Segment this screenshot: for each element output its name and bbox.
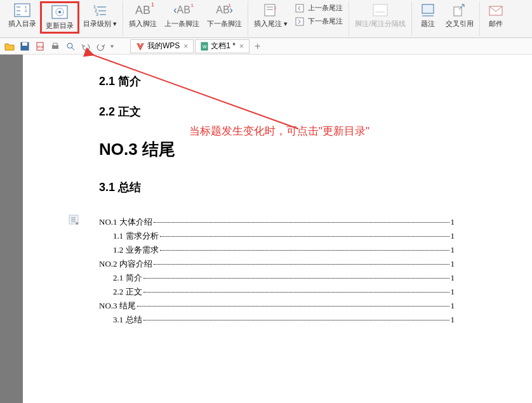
insert-footnote-label: 插入脚注 <box>129 19 157 29</box>
svg-text:▾: ▾ <box>76 220 79 226</box>
toc-leader <box>160 248 449 251</box>
svg-rect-32 <box>53 43 57 46</box>
svg-rect-20 <box>296 18 303 25</box>
toc-icon: 12 <box>13 3 31 18</box>
crossref-button[interactable]: 交叉引用 <box>442 1 477 30</box>
toc-text: 1.1 需求分析 <box>113 230 159 242</box>
print-button[interactable] <box>50 41 61 52</box>
toc-text: 2.2 正文 <box>113 286 142 298</box>
tab-doc1[interactable]: W 文档1 * × <box>195 39 249 53</box>
next-endnote-button[interactable]: 下一条尾注 <box>291 15 347 28</box>
svg-rect-15 <box>265 4 275 16</box>
quick-access-toolbar: PDF ▾ 我的WPS × W 文档1 * × + <box>0 38 532 55</box>
toc-leader <box>143 276 449 279</box>
preview-button[interactable] <box>65 41 76 52</box>
svg-rect-21 <box>373 4 387 16</box>
svg-line-34 <box>72 48 74 50</box>
side-rail <box>0 55 23 403</box>
toc-entry[interactable]: NO.3 结尾1 <box>99 300 455 312</box>
tab-wps[interactable]: 我的WPS × <box>130 39 194 53</box>
document-area[interactable]: ▾ 2.1 简介 2.2 正文 NO.3 结尾 3.1 总结 NO.1 大体介绍… <box>23 55 532 403</box>
toc-level-icon: 123 <box>91 3 109 18</box>
document-tabs: 我的WPS × W 文档1 * × + <box>130 39 264 53</box>
next-endnote-label: 下一条尾注 <box>308 17 343 26</box>
toc-entry[interactable]: NO.1 大体介绍1 <box>99 216 455 228</box>
prev-endnote-button[interactable]: 上一条尾注 <box>291 1 347 15</box>
toc-page-num: 1 <box>451 301 455 311</box>
redo-button[interactable] <box>95 41 107 52</box>
toc-entry[interactable]: 1.1 需求分析1 <box>99 230 455 242</box>
tab-wps-label: 我的WPS <box>147 41 180 51</box>
workspace: ▾ 2.1 简介 2.2 正文 NO.3 结尾 3.1 总结 NO.1 大体介绍… <box>0 55 532 403</box>
svg-text:3: 3 <box>96 12 98 17</box>
toc-level-label: 目录级别 ▾ <box>83 19 117 29</box>
toc-text: 2.1 简介 <box>113 272 142 284</box>
separator-icon <box>371 3 389 18</box>
toc-text: 1.2 业务需求 <box>113 244 159 256</box>
toc-page-num: 1 <box>451 217 455 227</box>
toc-page-num: 1 <box>451 287 455 297</box>
svg-text:W: W <box>203 44 207 49</box>
toc-leader <box>160 234 449 237</box>
word-doc-icon: W <box>201 42 208 51</box>
endnote-nav-col: 上一条尾注 下一条尾注 <box>291 1 347 28</box>
ribbon-group-mail: 邮件 <box>480 1 512 36</box>
ribbon-group-endnote: i 插入尾注 ▾ 上一条尾注 下一条尾注 <box>248 1 349 36</box>
svg-text:i: i <box>275 5 276 11</box>
toc-entry[interactable]: 3.1 总结1 <box>99 314 455 326</box>
toc-entry[interactable]: NO.2 内容介绍1 <box>99 258 455 270</box>
heading-3-1: 3.1 总结 <box>99 180 455 195</box>
svg-point-33 <box>67 43 72 48</box>
toc-page-num: 1 <box>451 231 455 241</box>
toc-leader <box>143 318 449 320</box>
toc-text: 3.1 总结 <box>113 314 142 326</box>
toc-text: NO.1 大体介绍 <box>99 216 152 228</box>
tab-doc1-close[interactable]: × <box>239 42 244 51</box>
crossref-label: 交叉引用 <box>446 19 474 29</box>
tab-wps-close[interactable]: × <box>183 42 188 51</box>
next-footnote-icon: AB›1 <box>216 3 234 18</box>
pdf-button[interactable]: PDF <box>34 41 46 52</box>
toc-leader <box>154 262 449 265</box>
endnote-icon: i <box>262 3 280 18</box>
insert-toc-label: 插入目录 <box>8 19 36 29</box>
open-button[interactable] <box>4 41 15 52</box>
svg-rect-28 <box>22 43 27 46</box>
svg-rect-23 <box>422 4 434 13</box>
undo-button[interactable] <box>80 41 91 52</box>
toc-leader <box>143 290 449 293</box>
paragraph-options-icon[interactable]: ▾ <box>69 215 80 228</box>
toc-entry[interactable]: 1.2 业务需求1 <box>99 244 455 256</box>
toc-page-num: 1 <box>451 315 455 325</box>
insert-endnote-button[interactable]: i 插入尾注 ▾ <box>250 1 291 30</box>
tab-doc1-label: 文档1 * <box>211 41 236 51</box>
insert-endnote-label: 插入尾注 ▾ <box>254 19 288 29</box>
ribbon-group-ref: 题注 交叉引用 <box>412 1 480 36</box>
toc-entry[interactable]: 2.1 简介1 <box>99 272 455 284</box>
prev-footnote-label: 上一条脚注 <box>164 19 199 29</box>
prev-endnote-label: 上一条尾注 <box>308 3 343 13</box>
mail-button[interactable]: 邮件 <box>482 1 510 30</box>
ribbon-group-separator: 脚注/尾注分隔线 <box>349 1 412 36</box>
toc-leader <box>154 220 449 223</box>
fn-separator-button: 脚注/尾注分隔线 <box>351 1 409 30</box>
caption-button[interactable]: 题注 <box>414 1 442 30</box>
toc-page-num: 1 <box>451 273 455 283</box>
save-button[interactable] <box>19 41 30 52</box>
insert-toc-button[interactable]: 12 插入目录 <box>4 1 40 30</box>
prev-footnote-button[interactable]: ‹AB1 上一条脚注 <box>161 1 203 30</box>
update-toc-button[interactable]: 更新目录 <box>40 1 79 34</box>
qat-dropdown-icon[interactable]: ▾ <box>110 43 114 50</box>
next-footnote-button[interactable]: AB›1 下一条脚注 <box>203 1 246 30</box>
wps-logo-icon <box>136 42 145 51</box>
tab-add-button[interactable]: + <box>251 41 264 52</box>
svg-rect-19 <box>296 4 303 12</box>
toc-page-num: 1 <box>451 245 455 255</box>
toc-text: NO.3 结尾 <box>99 300 136 312</box>
insert-footnote-button[interactable]: AB1 插入脚注 <box>125 1 161 30</box>
ribbon-toolbar: 12 插入目录 更新目录 123 目录级别 ▾ AB1 插入脚注 ‹AB1 上一… <box>0 0 532 38</box>
heading-no3: NO.3 结尾 <box>99 138 455 161</box>
toc-leader <box>137 304 449 307</box>
toc-level-button[interactable]: 123 目录级别 ▾ <box>79 1 121 30</box>
toc-entry[interactable]: 2.2 正文1 <box>99 286 455 298</box>
